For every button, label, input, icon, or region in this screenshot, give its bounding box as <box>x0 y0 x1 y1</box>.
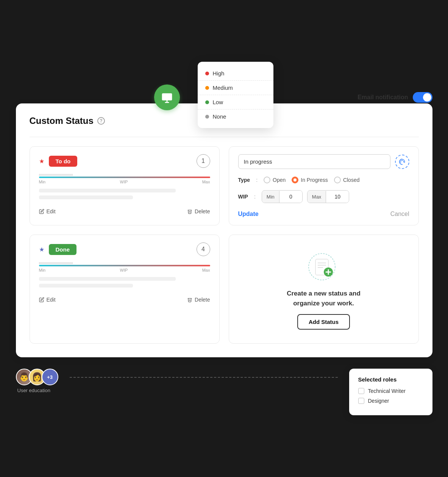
wip-max-prefix: Max <box>308 191 326 203</box>
radio-label-closed: Closed <box>343 177 360 183</box>
add-status-button[interactable]: Add Status <box>297 314 350 330</box>
todo-badge: To do <box>49 156 78 167</box>
floating-action-button[interactable] <box>154 84 180 110</box>
edit-color-button[interactable] <box>395 155 409 169</box>
todo-count: 1 <box>197 154 210 168</box>
update-button[interactable]: Update <box>238 211 259 217</box>
todo-wip-labels: Min WIP Max <box>39 180 210 184</box>
delete-icon-done <box>187 297 192 302</box>
radio-circle-closed <box>334 177 341 183</box>
todo-wip-label: WIP <box>120 180 128 184</box>
status-name-input[interactable] <box>238 154 390 169</box>
status-card-done: ★ Done 4 <box>30 235 220 344</box>
priority-label-high: High <box>213 70 225 77</box>
info-icon[interactable]: ? <box>97 117 105 125</box>
type-colon: : <box>256 177 258 183</box>
priority-label-low: Low <box>213 99 223 105</box>
role-item-technical-writer: Technical Writer <box>358 388 423 394</box>
wip-max-input[interactable] <box>326 191 349 203</box>
radio-label-in-progress: In Progress <box>301 177 328 183</box>
role-checkbox-technical-writer[interactable] <box>358 388 364 394</box>
avatars-group: 👨 👩 +3 <box>16 369 58 385</box>
todo-delete-button[interactable]: Delete <box>187 208 210 214</box>
avatar-count-badge[interactable]: +3 <box>42 369 58 385</box>
radio-in-progress[interactable]: In Progress <box>292 177 328 183</box>
done-placeholder-2 <box>39 284 133 288</box>
wip-min-input[interactable] <box>279 191 302 203</box>
priority-item-low[interactable]: Low <box>198 95 273 109</box>
status-card-todo: ★ To do 1 <box>30 146 220 225</box>
star-icon-todo[interactable]: ★ <box>39 158 44 165</box>
email-notification-row: Email notification <box>357 92 432 103</box>
roles-popup: Selected roles Technical Writer Designer <box>349 369 432 415</box>
avatars-section: 👨 👩 +3 User education <box>16 369 58 393</box>
email-notification-toggle[interactable] <box>413 92 432 103</box>
radio-closed[interactable]: Closed <box>334 177 360 183</box>
main-card: Custom Status ? ★ To do 1 <box>16 103 432 357</box>
todo-wip-bar: Min WIP Max <box>39 174 210 184</box>
dot-none <box>205 115 209 119</box>
done-wip-labels: Min WIP Max <box>39 268 210 272</box>
svg-rect-0 <box>162 93 172 100</box>
done-wip-bar: Min WIP Max <box>39 262 210 272</box>
todo-bar-fill <box>39 177 210 178</box>
todo-left: ★ To do <box>39 156 78 167</box>
add-status-text: Create a new status and organize your wo… <box>287 289 361 308</box>
roles-title: Selected roles <box>358 376 423 383</box>
todo-bar-track <box>39 177 210 178</box>
todo-actions: Edit Delete <box>39 205 210 214</box>
radio-label-open: Open <box>273 177 286 183</box>
role-label-designer: Designer <box>368 398 389 404</box>
priority-item-high[interactable]: High <box>198 66 273 81</box>
edit-icon <box>39 209 44 214</box>
illustration-svg <box>305 249 343 283</box>
priority-item-medium[interactable]: Medium <box>198 81 273 95</box>
svg-point-4 <box>403 161 404 162</box>
todo-placeholder-1 <box>39 189 176 192</box>
palette-icon <box>399 158 406 165</box>
dot-medium <box>205 86 209 90</box>
add-status-illustration <box>305 249 343 283</box>
edit-icon-done <box>39 297 44 302</box>
svg-point-6 <box>400 161 401 162</box>
done-left: ★ Done <box>39 244 77 255</box>
radio-circle-open <box>264 177 270 183</box>
bottom-row: 👨 👩 +3 User education Selected roles Tec… <box>16 369 432 415</box>
done-bar-track <box>39 265 210 266</box>
wip-colon: : <box>254 194 256 200</box>
star-icon-done[interactable]: ★ <box>39 246 44 253</box>
done-placeholder-1 <box>39 277 176 281</box>
todo-edit-button[interactable]: Edit <box>39 208 56 214</box>
role-checkbox-designer[interactable] <box>358 398 364 404</box>
done-wip-label: WIP <box>120 268 128 272</box>
todo-header: ★ To do 1 <box>39 154 210 168</box>
wip-row: WIP : Min Max <box>238 190 409 203</box>
page-title: Custom Status <box>30 116 94 126</box>
radio-open[interactable]: Open <box>264 177 286 183</box>
priority-item-none[interactable]: None <box>198 109 273 124</box>
done-count: 4 <box>197 242 210 256</box>
svg-point-3 <box>402 160 403 161</box>
priority-dropdown: High Medium Low None <box>198 62 273 128</box>
screen-icon <box>161 91 173 103</box>
done-edit-button[interactable]: Edit <box>39 297 56 303</box>
radio-circle-in-progress <box>292 177 298 183</box>
wip-min-group: Min <box>262 190 303 203</box>
todo-ticks <box>39 174 210 176</box>
cancel-button[interactable]: Cancel <box>390 211 409 217</box>
wip-row-label: WIP <box>238 194 248 200</box>
role-item-designer: Designer <box>358 398 423 404</box>
done-actions: Edit Delete <box>39 294 210 303</box>
email-notification-label: Email notification <box>357 94 408 101</box>
priority-label-none: None <box>213 113 226 120</box>
role-label-technical-writer: Technical Writer <box>368 388 406 394</box>
wip-min-prefix: Min <box>262 191 279 203</box>
divider <box>30 137 419 137</box>
done-delete-button[interactable]: Delete <box>187 297 210 303</box>
todo-placeholder-2 <box>39 195 133 199</box>
dashed-line <box>70 377 338 378</box>
done-min-label: Min <box>39 268 46 272</box>
dot-low <box>205 100 209 104</box>
status-grid: ★ To do 1 <box>30 146 419 344</box>
wip-max-group: Max <box>307 190 350 203</box>
